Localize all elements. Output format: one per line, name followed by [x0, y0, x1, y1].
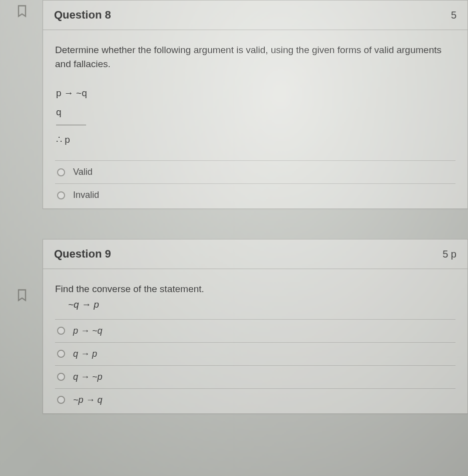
question-header: Question 9 5 p: [43, 240, 467, 269]
radio-icon[interactable]: [57, 373, 65, 381]
answer-options: Valid Invalid: [55, 160, 455, 208]
question-prompt: Determine whether the following argument…: [55, 43, 455, 71]
option-label: ~p → q: [73, 395, 103, 405]
radio-icon[interactable]: [57, 396, 65, 404]
argument-rule: [56, 125, 86, 125]
question-title: Question 9: [54, 248, 111, 261]
radio-icon[interactable]: [57, 327, 65, 335]
radio-icon[interactable]: [57, 168, 65, 176]
bookmark-icon[interactable]: [15, 4, 29, 18]
option-label: p → ~q: [73, 326, 103, 336]
given-statement: ~q → p: [55, 299, 455, 310]
question-card: Question 8 5 Determine whether the follo…: [43, 0, 468, 209]
option-label: Invalid: [73, 190, 99, 200]
option-label: Valid: [73, 167, 93, 177]
argument-block: p → ~q q ∴ p: [55, 82, 455, 151]
answer-options: p → ~q q → p q → ~p ~p → q: [55, 319, 455, 413]
question-prompt: Find the converse of the statement.: [55, 282, 455, 296]
question-points: 5: [451, 10, 456, 21]
question-header: Question 8 5: [43, 1, 467, 30]
question-points: 5 p: [442, 249, 456, 260]
premise-1: p → ~q: [56, 84, 454, 103]
radio-icon[interactable]: [57, 350, 65, 358]
radio-icon[interactable]: [57, 191, 65, 199]
premise-2: q: [56, 103, 454, 122]
question-title: Question 8: [54, 9, 111, 22]
option-label: q → ~p: [73, 372, 103, 382]
question-card: Question 9 5 p Find the converse of the …: [43, 239, 468, 414]
conclusion: ∴ p: [56, 130, 454, 149]
answer-option[interactable]: Invalid: [55, 183, 455, 208]
answer-option[interactable]: ~p → q: [55, 388, 455, 413]
answer-option[interactable]: Valid: [55, 160, 455, 183]
answer-option[interactable]: q → ~p: [55, 365, 455, 388]
option-label: q → p: [73, 349, 97, 359]
answer-option[interactable]: p → ~q: [55, 319, 455, 342]
answer-option[interactable]: q → p: [55, 342, 455, 365]
bookmark-icon[interactable]: [15, 288, 29, 302]
